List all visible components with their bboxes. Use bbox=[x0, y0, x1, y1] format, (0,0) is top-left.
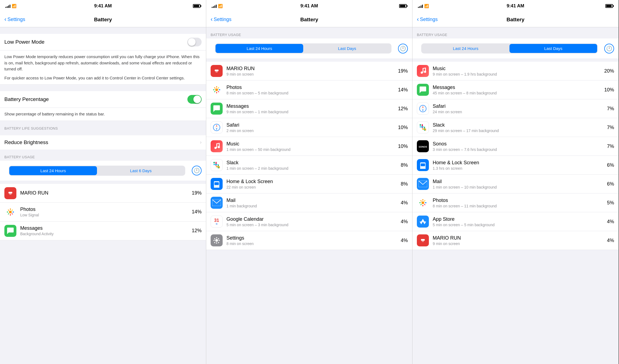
status-bar-1: 📶 9:41 AM bbox=[0, 0, 206, 12]
gcal-google: G bbox=[216, 223, 217, 225]
spacer-s2 bbox=[206, 27, 412, 31]
app-icon-music-2 bbox=[211, 140, 223, 152]
app-name-sonos-3: Sonos bbox=[433, 141, 603, 147]
svg-line-8 bbox=[8, 210, 9, 211]
app-row-photos-1[interactable]: Photos Low Signal 14% bbox=[0, 203, 206, 222]
battery-icon-1 bbox=[193, 4, 201, 8]
svg-rect-33 bbox=[219, 144, 220, 147]
clock-button-2[interactable]: 🕛 bbox=[398, 44, 408, 53]
app-row-safari-2[interactable]: Safari 2 min on screen 10% bbox=[206, 118, 412, 137]
segment-6d-2[interactable]: Last Days bbox=[303, 44, 391, 53]
app-info-photos-2: Photos 8 min on screen – 5 min backgroun… bbox=[226, 85, 394, 95]
bar4-2 bbox=[216, 5, 217, 8]
svg-text:M: M bbox=[422, 240, 424, 243]
back-button-3[interactable]: ‹ Settings bbox=[417, 17, 438, 22]
app-row-mario-1[interactable]: M MARIO RUN 19% bbox=[0, 184, 206, 203]
app-pct-sonos-3: 7% bbox=[607, 144, 614, 149]
app-pct-homelock-2: 8% bbox=[401, 181, 408, 187]
app-detail-homelock-2: 22 min on screen bbox=[226, 185, 397, 189]
low-power-label: Low Power Mode bbox=[4, 39, 187, 45]
app-name-slack-2: Slack bbox=[226, 160, 397, 166]
slack-svg-3 bbox=[418, 123, 428, 132]
app-row-mario-3[interactable]: M MARIO RUN 9 min on screen 4% bbox=[412, 231, 618, 250]
battery-pct-toggle[interactable] bbox=[187, 95, 202, 104]
battery-icon-3 bbox=[605, 4, 613, 8]
spacer-2 bbox=[0, 85, 206, 88]
suggestions-header: BATTERY LIFE SUGGESTIONS bbox=[0, 124, 206, 132]
svg-line-79 bbox=[424, 204, 425, 205]
app-row-messages-1[interactable]: Messages Background Activity 12% bbox=[0, 222, 206, 240]
app-row-photos-2[interactable]: Photos 8 min on screen – 5 min backgroun… bbox=[206, 80, 412, 99]
svg-point-30 bbox=[214, 147, 217, 149]
app-row-mail-3[interactable]: Mail 1 min on screen – 10 min background… bbox=[412, 175, 618, 193]
app-pct-photos-1: 14% bbox=[192, 209, 202, 215]
status-right-2 bbox=[399, 4, 407, 8]
svg-rect-47 bbox=[219, 240, 220, 241]
segment-24h-1[interactable]: Last 24 Hours bbox=[9, 166, 97, 175]
svg-line-20 bbox=[214, 88, 216, 89]
segment-24h-2[interactable]: Last 24 Hours bbox=[216, 44, 303, 53]
wifi-icon-3: 📶 bbox=[424, 4, 429, 8]
app-name-mario-1: MARIO RUN bbox=[20, 190, 188, 196]
app-icon-photos-3 bbox=[417, 197, 429, 209]
app-row-settings-2[interactable]: Settings 8 min on screen 4% bbox=[206, 231, 412, 250]
app-row-appstore-3[interactable]: App Store 5 min on screen – 5 min backgr… bbox=[412, 212, 618, 231]
app-row-gcal-2[interactable]: 31 G Google Calendar 5 min on screen – 3… bbox=[206, 212, 412, 231]
app-row-sonos-3[interactable]: SONOS Sonos 3 min on screen – 7.6 hrs ba… bbox=[412, 137, 618, 156]
clock-button-1[interactable]: 🕛 bbox=[192, 166, 202, 175]
homelock-svg-3 bbox=[419, 161, 427, 169]
app-row-music-3[interactable]: Music 9 min on screen – 1.9 hrs backgrou… bbox=[412, 62, 618, 80]
app-name-mario-2: MARIO RUN bbox=[226, 66, 394, 71]
app-row-messages-3[interactable]: Messages 45 min on screen – 8 min backgr… bbox=[412, 80, 618, 99]
app-icon-appstore-3 bbox=[417, 216, 429, 228]
app-row-music-2[interactable]: Music 1 min on screen – 50 min backgroun… bbox=[206, 137, 412, 156]
svg-text:M: M bbox=[216, 70, 218, 73]
clock-button-3[interactable]: 🕛 bbox=[604, 44, 614, 53]
content-1: Low Power Mode Low Power Mode temporaril… bbox=[0, 27, 206, 364]
reduce-brightness-row[interactable]: Reduce Brightness › bbox=[0, 135, 206, 150]
status-bar-2: 📶 9:41 AM bbox=[206, 0, 412, 12]
segment-6d-1[interactable]: Last 6 Days bbox=[97, 166, 185, 175]
app-icon-mail-3 bbox=[417, 178, 429, 190]
mario-svg-1: M bbox=[6, 189, 14, 197]
svg-point-3 bbox=[9, 211, 12, 213]
app-row-safari-3[interactable]: Safari 24 min on screen 7% bbox=[412, 99, 618, 118]
app-row-slack-3[interactable]: Slack 29 min on screen – 17 min backgrou… bbox=[412, 118, 618, 137]
svg-line-80 bbox=[424, 201, 425, 202]
app-info-photos-3: Photos 8 min on screen – 11 min backgrou… bbox=[433, 198, 603, 208]
svg-point-64 bbox=[420, 124, 421, 126]
app-pct-homelock-3: 6% bbox=[607, 162, 614, 168]
back-button-1[interactable]: ‹ Settings bbox=[4, 17, 25, 22]
mario-svg-3: M bbox=[419, 236, 427, 244]
app-pct-settings-2: 4% bbox=[401, 238, 408, 243]
app-name-photos-3: Photos bbox=[433, 198, 603, 203]
bottom-spacer-1 bbox=[0, 240, 206, 249]
app-icon-photos-2 bbox=[211, 84, 223, 96]
battery-pct-section: Battery Percentage Show percentage of ba… bbox=[0, 91, 206, 121]
bar3-2 bbox=[214, 5, 215, 8]
app-name-messages-3: Messages bbox=[433, 85, 600, 90]
messages-svg-3 bbox=[419, 86, 427, 94]
svg-point-40 bbox=[216, 186, 217, 187]
app-row-slack-2[interactable]: Slack 1 min on screen – 2 min background… bbox=[206, 156, 412, 175]
app-icon-photos-1 bbox=[4, 206, 16, 218]
segment-24h-3[interactable]: Last 24 Hours bbox=[422, 44, 509, 53]
app-row-photos-3[interactable]: Photos 8 min on screen – 11 min backgrou… bbox=[412, 193, 618, 212]
reduce-brightness-label: Reduce Brightness bbox=[4, 139, 200, 145]
svg-text:M: M bbox=[9, 192, 11, 195]
segment-6d-3[interactable]: Last Days bbox=[509, 44, 597, 53]
app-row-messages-2[interactable]: Messages 9 min on screen – 1 min backgro… bbox=[206, 99, 412, 118]
app-row-homelock-2[interactable]: Home & Lock Screen 22 min on screen 8% bbox=[206, 175, 412, 193]
segment-row-1: Last 24 Hours Last 6 Days 🕛 bbox=[0, 161, 206, 181]
app-detail-mail-2: 1 min background bbox=[226, 204, 397, 208]
app-icon-mario-2: M bbox=[211, 65, 223, 77]
back-button-2[interactable]: ‹ Settings bbox=[211, 17, 231, 22]
app-pct-mail-3: 6% bbox=[607, 181, 614, 187]
svg-text:SONOS: SONOS bbox=[419, 145, 427, 148]
battery-pct-desc-text: Show percentage of battery remaining in … bbox=[4, 111, 202, 117]
low-power-toggle[interactable] bbox=[187, 38, 202, 46]
app-row-mail-2[interactable]: Mail 1 min background 4% bbox=[206, 193, 412, 212]
app-row-mario-2[interactable]: M MARIO RUN 9 min on screen 19% bbox=[206, 62, 412, 80]
app-row-homelock-3[interactable]: Home & Lock Screen 1.3 hrs on screen 6% bbox=[412, 156, 618, 175]
spacer-s3 bbox=[412, 27, 618, 31]
